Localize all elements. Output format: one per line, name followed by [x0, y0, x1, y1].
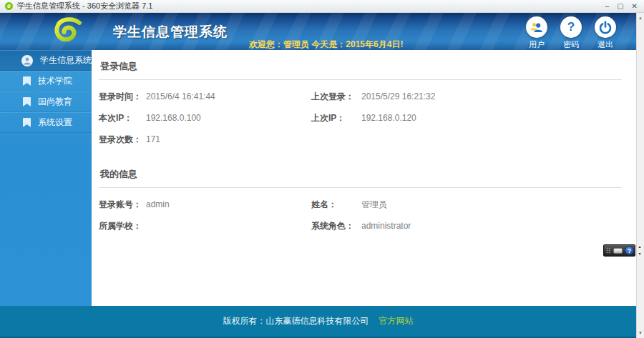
sidebar-item-label: 学生信息系统 [40, 54, 92, 66]
info-row: 本次IP： 192.168.0.100 上次IP： 192.168.0.120 [99, 112, 622, 124]
field-value: 2015/5/29 16:21:32 [361, 91, 622, 101]
user-button[interactable]: 用户 [523, 16, 550, 50]
power-icon [595, 16, 616, 38]
user-icon [526, 16, 547, 38]
browser-360-icon: e [5, 2, 13, 10]
info-row: 登录账号： admin 姓名： 管理员 [99, 199, 622, 211]
sidebar-item-student-info-system[interactable]: 学生信息系统 [0, 50, 92, 71]
section-title: 我的信息 [99, 166, 622, 188]
field-value: admin [146, 199, 311, 209]
field-label: 上次登录： [311, 91, 361, 103]
field-value: 管理员 [361, 199, 622, 211]
field-label: 上次IP： [311, 112, 361, 124]
scroll-down-icon[interactable]: ▼ [637, 331, 644, 335]
sidebar: 学生信息系统 技术学院 国尚教育 系统设置 [0, 50, 92, 306]
info-row: 所属学校： 系统角色： administrator [99, 220, 622, 232]
sidebar-item-guoshang-education[interactable]: 国尚教育 [0, 91, 92, 112]
spinner-down-icon[interactable]: ▾ [637, 250, 643, 257]
help-icon[interactable]: ? [625, 246, 634, 255]
my-info-section: 我的信息 登录账号： admin 姓名： 管理员 所属学校： 系统角色： adm… [92, 155, 636, 232]
vertical-scrollbar[interactable]: ▲ ▼ [636, 13, 644, 338]
field-label: 系统角色： [311, 220, 361, 232]
field-value: 192.168.0.120 [361, 113, 622, 123]
minimize-button[interactable]: – [605, 2, 610, 10]
user-button-label: 用户 [529, 39, 545, 50]
field-label: 登录账号： [99, 199, 146, 211]
info-row: 登录次数： 171 [99, 134, 622, 146]
main-content: 登录信息 登录时间： 2015/6/4 16:41:44 上次登录： 2015/… [92, 50, 636, 306]
bookmark-icon [23, 76, 31, 86]
field-value: administrator [361, 221, 622, 231]
password-button-label: 密码 [563, 39, 579, 50]
field-label: 姓名： [311, 199, 361, 211]
question-icon: ? [560, 16, 582, 38]
page-footer: 版权所有：山东赢德信息科技有限公司 官方网站 [0, 306, 636, 338]
field-value: 192.168.0.100 [146, 113, 311, 123]
app-title: 学生信息管理系统 [113, 23, 228, 41]
official-website-link[interactable]: 官方网站 [379, 315, 414, 327]
login-info-section: 登录信息 登录时间： 2015/6/4 16:41:44 上次登录： 2015/… [92, 50, 636, 146]
widget-spinner: ▴ ▾ [637, 243, 643, 257]
spinner-up-icon[interactable]: ▴ [637, 243, 643, 250]
field-value: 2015/6/4 16:41:44 [146, 91, 311, 101]
bookmark-icon [23, 118, 31, 127]
sidebar-item-tech-college[interactable]: 技术学院 [0, 71, 92, 91]
maximize-button[interactable]: ▢ [617, 2, 623, 10]
field-label: 本次IP： [99, 112, 146, 124]
scroll-up-icon[interactable]: ▲ [637, 16, 644, 20]
sidebar-item-label: 技术学院 [38, 75, 72, 87]
sidebar-item-system-settings[interactable]: 系统设置 [0, 112, 92, 133]
welcome-text: 欢迎您：管理员 今天是：2015年6月4日! [249, 39, 403, 50]
drag-grip-icon[interactable] [606, 247, 611, 254]
info-row: 登录时间： 2015/6/4 16:41:44 上次登录： 2015/5/29 … [99, 91, 622, 103]
sidebar-item-label: 国尚教育 [38, 96, 72, 108]
app-logo-swirl-icon [52, 16, 87, 48]
field-label: 所属学校： [99, 220, 146, 232]
field-label: 登录次数： [99, 134, 146, 146]
close-button[interactable]: ✕ [632, 2, 638, 10]
window-title: 学生信息管理系统 - 360安全浏览器 7.1 [17, 1, 152, 11]
logout-button[interactable]: 退出 [592, 16, 619, 50]
app-header: 学生信息管理系统 欢迎您：管理员 今天是：2015年6月4日! 用户 ? 密码 [0, 13, 636, 50]
logout-button-label: 退出 [597, 39, 613, 50]
sidebar-item-label: 系统设置 [38, 116, 72, 129]
field-value: 171 [146, 134, 311, 144]
section-title: 登录信息 [99, 59, 622, 80]
keyboard-button[interactable] [613, 248, 623, 254]
password-button[interactable]: ? 密码 [557, 16, 585, 50]
field-label: 登录时间： [99, 91, 146, 103]
floating-toolbar[interactable]: ? [603, 244, 635, 257]
window-titlebar: e 学生信息管理系统 - 360安全浏览器 7.1 – ▢ ✕ [0, 0, 644, 13]
window-controls: – ▢ ✕ [605, 2, 641, 10]
user-circle-icon [21, 55, 33, 66]
header-actions: 用户 ? 密码 退出 [523, 16, 619, 50]
copyright-text: 版权所有：山东赢德信息科技有限公司 [223, 315, 369, 327]
bookmark-icon [23, 97, 31, 106]
